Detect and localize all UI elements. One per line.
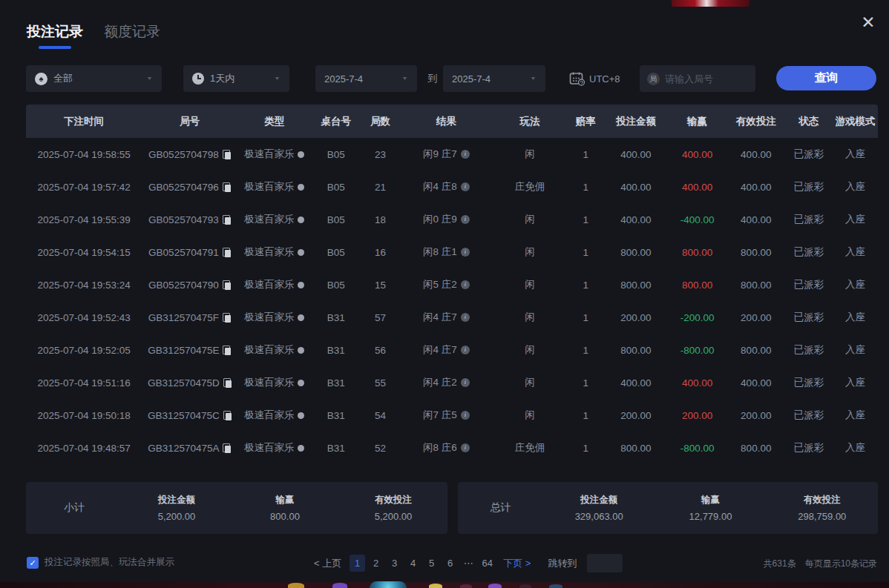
pagination-page-button[interactable]: 5 bbox=[424, 555, 439, 572]
copy-icon[interactable] bbox=[223, 346, 231, 355]
cell-round-no: 52 bbox=[361, 432, 400, 464]
game-type-dropdown[interactable]: ♠ 全部 ▼ bbox=[26, 65, 162, 92]
chip-icon bbox=[460, 584, 472, 588]
info-icon[interactable]: i bbox=[461, 313, 470, 322]
pagination-page-button[interactable]: 6 bbox=[442, 555, 458, 572]
copy-icon[interactable] bbox=[223, 443, 231, 453]
table-row: 2025-07-04 19:58:55 GB0525704798 极速百家乐 B… bbox=[26, 138, 878, 171]
cell-play: 庄免佣 bbox=[493, 432, 567, 464]
cell-status: 已派彩 bbox=[785, 236, 833, 268]
pagination: < 上页 123456⋯64 下页 > 跳转到 bbox=[312, 554, 623, 572]
cell-status: 已派彩 bbox=[785, 268, 833, 301]
total-bet-value: 329,063.00 bbox=[543, 511, 655, 522]
tab-bar: 投注记录 额度记录 bbox=[27, 22, 160, 49]
copy-icon[interactable] bbox=[223, 411, 232, 420]
cell-round-id: GB0525704791 bbox=[142, 236, 237, 268]
pagination-page-button[interactable]: 64 bbox=[479, 555, 495, 572]
info-icon[interactable]: i bbox=[461, 443, 470, 452]
cell-odds: 1 bbox=[567, 236, 605, 268]
copy-icon[interactable] bbox=[223, 215, 231, 225]
pagination-page-button[interactable]: 4 bbox=[405, 555, 421, 572]
info-icon[interactable]: i bbox=[461, 215, 470, 224]
cell-winloss: -200.00 bbox=[667, 301, 726, 334]
betting-records-table: 下注时间局号类型桌台号局数结果玩法赔率投注金额输赢有效投注状态游戏模式 2025… bbox=[26, 105, 878, 464]
cell-play: 闲 bbox=[493, 268, 567, 301]
cell-game-type: 极速百家乐 bbox=[237, 268, 312, 301]
cell-winloss: 400.00 bbox=[667, 171, 726, 203]
copy-icon[interactable] bbox=[223, 280, 231, 290]
column-header: 状态 bbox=[785, 105, 833, 138]
cell-bet-amount: 800.00 bbox=[604, 334, 667, 366]
game-type-dot-icon bbox=[298, 412, 304, 419]
pagination-page-button[interactable]: ⋯ bbox=[461, 555, 476, 572]
jump-page-input[interactable] bbox=[587, 554, 623, 572]
close-icon[interactable]: ✕ bbox=[858, 12, 879, 33]
cell-round-no: 21 bbox=[361, 171, 400, 203]
prev-page-button[interactable]: < 上页 bbox=[312, 557, 344, 570]
info-icon[interactable]: i bbox=[461, 280, 470, 289]
round-search-input[interactable] bbox=[665, 73, 747, 85]
cell-bet-time: 2025-07-04 19:50:18 bbox=[26, 399, 142, 432]
cell-bet-time: 2025-07-04 19:54:15 bbox=[26, 236, 142, 268]
cell-result: 闲7 庄5i bbox=[400, 399, 493, 432]
page-size: 每页显示10条记录 bbox=[805, 558, 877, 570]
cell-valid-bet: 200.00 bbox=[727, 399, 785, 432]
query-button[interactable]: 查询 bbox=[776, 66, 876, 90]
next-page-button[interactable]: 下页 > bbox=[501, 557, 533, 570]
subtotal-winloss-value: 800.00 bbox=[231, 511, 339, 522]
cell-table-no: B05 bbox=[312, 268, 361, 301]
jump-to-label: 跳转到 bbox=[548, 557, 577, 570]
copy-icon[interactable] bbox=[223, 182, 231, 192]
cell-result: 闲8 庄6i bbox=[400, 432, 493, 464]
cell-game-type: 极速百家乐 bbox=[237, 171, 312, 203]
tab-betting-records[interactable]: 投注记录 bbox=[27, 22, 83, 49]
cell-game-mode: 入座 bbox=[833, 432, 878, 464]
total-panel: 总计 投注金额329,063.00 输赢12,779.00 有效投注298,75… bbox=[458, 482, 878, 534]
pagination-page-button[interactable]: 1 bbox=[350, 555, 365, 572]
info-icon[interactable]: i bbox=[461, 346, 470, 354]
pagination-page-button[interactable]: 2 bbox=[368, 555, 384, 572]
chip-icon bbox=[549, 584, 562, 588]
table-row: 2025-07-04 19:52:43 GB312570475F 极速百家乐 B… bbox=[26, 301, 878, 334]
total-bet-label: 投注金额 bbox=[543, 494, 655, 506]
timezone-group: UTC+8 bbox=[569, 65, 620, 92]
date-from-picker[interactable]: 2025-7-4 ▼ bbox=[315, 65, 417, 92]
total-valid-label: 有效投注 bbox=[767, 494, 878, 506]
cell-round-id: GB0525704790 bbox=[142, 268, 237, 301]
cell-round-no: 16 bbox=[361, 236, 400, 268]
cell-winloss: 400.00 bbox=[667, 366, 726, 399]
table-header-row: 下注时间局号类型桌台号局数结果玩法赔率投注金额输赢有效投注状态游戏模式 bbox=[26, 105, 878, 138]
round-search-box: 局 bbox=[640, 65, 755, 92]
table-row: 2025-07-04 19:50:18 GB312570475C 极速百家乐 B… bbox=[26, 399, 878, 432]
cell-winloss: 400.00 bbox=[667, 138, 726, 171]
cell-play: 闲 bbox=[493, 334, 567, 366]
info-icon[interactable]: i bbox=[461, 378, 470, 387]
cell-bet-amount: 400.00 bbox=[604, 171, 667, 203]
date-to-picker[interactable]: 2025-7-4 ▼ bbox=[443, 65, 545, 92]
info-icon[interactable]: i bbox=[461, 182, 470, 191]
cell-result: 闲4 庄7i bbox=[400, 301, 493, 334]
info-icon[interactable]: i bbox=[461, 411, 470, 420]
copy-icon[interactable] bbox=[223, 313, 231, 323]
cell-round-id: GB312570475E bbox=[142, 334, 237, 366]
cell-round-no: 56 bbox=[361, 334, 400, 366]
merge-checkbox[interactable]: ✓ bbox=[27, 557, 39, 569]
column-header: 结果 bbox=[400, 105, 493, 138]
info-icon[interactable]: i bbox=[461, 150, 470, 159]
cell-result: 闲4 庄7i bbox=[400, 334, 493, 366]
copy-icon[interactable] bbox=[223, 150, 231, 159]
table-row: 2025-07-04 19:52:05 GB312570475E 极速百家乐 B… bbox=[26, 334, 878, 366]
copy-icon[interactable] bbox=[223, 248, 231, 257]
cell-bet-time: 2025-07-04 19:51:16 bbox=[26, 366, 142, 399]
tab-quota-records[interactable]: 额度记录 bbox=[104, 22, 160, 49]
cell-round-no: 15 bbox=[361, 268, 400, 301]
table-row: 2025-07-04 19:55:39 GB0525704793 极速百家乐 B… bbox=[26, 203, 878, 236]
info-icon[interactable]: i bbox=[461, 248, 470, 257]
pagination-page-button[interactable]: 3 bbox=[387, 555, 402, 572]
copy-icon[interactable] bbox=[223, 378, 232, 388]
time-range-dropdown[interactable]: 1天内 ▼ bbox=[183, 65, 289, 92]
subtotal-label: 小计 bbox=[26, 501, 122, 515]
cell-game-mode: 入座 bbox=[833, 203, 878, 236]
game-type-dot-icon bbox=[298, 282, 304, 288]
cell-status: 已派彩 bbox=[785, 366, 833, 399]
